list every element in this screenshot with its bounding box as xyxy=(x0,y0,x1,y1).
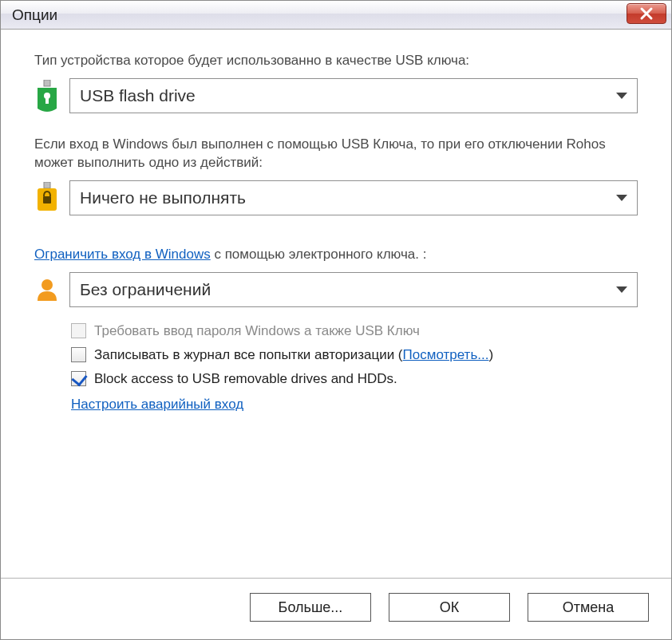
svg-rect-3 xyxy=(44,182,50,188)
device-type-value: USB flash drive xyxy=(80,86,196,105)
usb-key-lock-icon xyxy=(34,182,60,214)
titlebar: Опции xyxy=(1,1,671,30)
ok-button[interactable]: ОК xyxy=(389,593,510,622)
content-area: Тип устройства которое будет использован… xyxy=(1,30,671,578)
on-remove-label: Если вход в Windows был выполнен с помощ… xyxy=(34,136,638,172)
device-type-label: Тип устройства которое будет использован… xyxy=(34,52,638,70)
close-icon xyxy=(639,6,654,21)
chevron-down-icon xyxy=(616,286,627,293)
restrict-value: Без ограничений xyxy=(80,280,211,299)
block-usb-checkbox[interactable] xyxy=(71,371,86,386)
window-title: Опции xyxy=(12,6,57,24)
restrict-windows-link[interactable]: Ограничить вход в Windows xyxy=(34,247,211,262)
require-password-checkbox xyxy=(71,323,86,338)
log-attempts-checkbox[interactable] xyxy=(71,347,86,362)
options-window: Опции Тип устройства которое будет испол… xyxy=(0,0,672,640)
button-bar: Больше... ОК Отмена xyxy=(1,578,671,639)
require-password-row: Требовать ввод пароля Windows а также US… xyxy=(71,323,638,339)
svg-point-6 xyxy=(42,279,53,290)
chevron-down-icon xyxy=(616,195,627,201)
svg-rect-5 xyxy=(43,196,51,203)
log-attempts-row: Записывать в журнал все попытки авториза… xyxy=(71,347,638,363)
view-log-link[interactable]: Посмотреть... xyxy=(403,347,489,362)
on-remove-value: Ничего не выполнять xyxy=(80,188,246,207)
block-usb-label: Block access to USB removable drives and… xyxy=(94,371,397,387)
more-button[interactable]: Больше... xyxy=(250,593,371,622)
log-attempts-label: Записывать в журнал все попытки авториза… xyxy=(94,347,493,363)
require-password-label: Требовать ввод пароля Windows а также US… xyxy=(94,323,420,339)
svg-rect-2 xyxy=(45,97,49,104)
restrict-label-row: Ограничить вход в Windows с помощью элек… xyxy=(34,246,638,264)
emergency-login-link[interactable]: Настроить аварийный вход xyxy=(71,397,243,412)
user-icon xyxy=(34,277,60,302)
svg-rect-0 xyxy=(44,80,50,86)
device-type-dropdown[interactable]: USB flash drive xyxy=(69,78,638,113)
on-remove-dropdown[interactable]: Ничего не выполнять xyxy=(69,180,638,215)
close-button[interactable] xyxy=(627,3,666,24)
usb-key-green-icon xyxy=(34,80,60,112)
chevron-down-icon xyxy=(616,93,627,99)
block-usb-row: Block access to USB removable drives and… xyxy=(71,371,638,387)
restrict-label-suffix: с помощью электронного ключа. : xyxy=(211,247,427,262)
cancel-button[interactable]: Отмена xyxy=(528,593,649,622)
restrict-dropdown[interactable]: Без ограничений xyxy=(69,272,638,307)
